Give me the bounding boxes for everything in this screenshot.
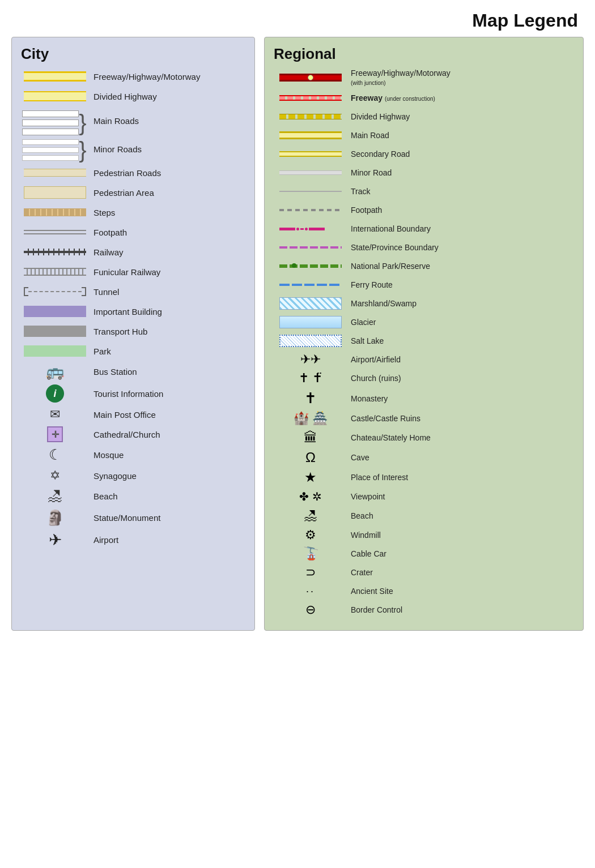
list-item: Divided Highway	[21, 88, 245, 104]
city-title: City	[21, 45, 245, 63]
monastery-icon: ✝	[304, 390, 317, 407]
page-title: Map Legend	[0, 0, 595, 37]
airport-label: Airport	[94, 535, 118, 545]
reg-ancient-symbol: ∙∙	[274, 585, 347, 597]
beach-city-symbol: 🏖	[21, 488, 89, 505]
main-roads-label: Main Roads	[94, 110, 139, 126]
list-item: International Boundary	[274, 221, 574, 236]
mosque-label: Mosque	[94, 450, 124, 460]
reg-saltlake-label: Salt Lake	[351, 336, 384, 345]
reg-beach-symbol: 🏖	[274, 508, 347, 524]
reg-airport-label: Airport/Airfield	[351, 355, 401, 364]
footpath-label: Footpath	[94, 228, 127, 237]
reg-windmill-symbol: ⚙	[274, 528, 347, 542]
reg-main-symbol	[274, 131, 347, 139]
list-item: Important Building	[21, 303, 245, 319]
cave-icon: Ω	[305, 450, 316, 465]
list-item: Ω Cave	[274, 450, 574, 465]
list-item: 🏰 🏯 Castle/Castle Ruins	[274, 411, 574, 426]
reg-cablecar-symbol: 🚡	[274, 546, 347, 561]
list-item: } Minor Roads	[21, 136, 245, 161]
pedestrian-roads-symbol	[21, 169, 89, 177]
minor-roads-symbol: }	[21, 139, 89, 161]
reg-secondary-symbol	[274, 151, 347, 157]
list-item: ✛ Cathedral/Church	[21, 426, 245, 442]
border-icon: ⊖	[305, 602, 316, 617]
church-icon: ✛	[47, 426, 63, 442]
reg-minor-symbol	[274, 170, 347, 175]
park-label: Park	[94, 347, 111, 356]
ancient-icon: ∙∙	[306, 585, 315, 597]
reg-crater-label: Crater	[351, 568, 373, 577]
list-item: Pedestrian Area	[21, 185, 245, 200]
bus-station-symbol: 🚌	[21, 363, 89, 380]
reg-fw-construction-symbol	[274, 95, 347, 101]
crater-icon: ⊃	[305, 565, 316, 580]
reg-airport-symbol: ✈✈	[274, 352, 347, 367]
reg-viewpoint-symbol: ✤ ✲	[274, 490, 347, 503]
tunnel-label: Tunnel	[94, 287, 119, 297]
reg-castle-symbol: 🏰 🏯	[274, 411, 347, 426]
list-item: ✤ ✲ Viewpoint	[274, 489, 574, 504]
reg-marshland-label: Marshland/Swamp	[351, 299, 416, 308]
synagogue-symbol: ✡	[21, 468, 89, 483]
list-item: Secondary Road	[274, 147, 574, 161]
synagogue-label: Synagogue	[94, 471, 137, 481]
list-item: 🚡 Cable Car	[274, 546, 574, 561]
cross-icon: ✝ ✝̈	[299, 371, 322, 386]
list-item: Freeway/Highway/Motorway	[21, 69, 245, 84]
list-item: ✈✈ Airport/Airfield	[274, 352, 574, 367]
list-item: Footpath	[274, 203, 574, 217]
list-item: Glacier	[274, 315, 574, 330]
list-item: } Main Roads	[21, 108, 245, 135]
list-item: Tunnel	[21, 284, 245, 300]
park-symbol	[21, 345, 89, 357]
synagogue-icon: ✡	[50, 468, 60, 483]
castle-icon: 🏰 🏯	[294, 411, 328, 426]
list-item: ✈ Airport	[21, 531, 245, 549]
viewpoint-icon: ✤ ✲	[299, 490, 322, 503]
list-item: ☾ Mosque	[21, 446, 245, 464]
important-building-symbol	[21, 306, 89, 317]
reg-cave-symbol: Ω	[274, 450, 347, 465]
list-item: i Tourist Information	[21, 384, 245, 403]
info-icon: i	[46, 384, 64, 403]
list-item: Transport Hub	[21, 323, 245, 339]
cablecar-icon: 🚡	[303, 546, 318, 561]
list-item: Railway	[21, 244, 245, 260]
mosque-icon: ☾	[49, 446, 62, 464]
list-item: Main Road	[274, 128, 574, 143]
list-item: ★ Place of Interest	[274, 469, 574, 485]
reg-ferry-symbol	[274, 284, 347, 286]
list-item: Funicular Railway	[21, 264, 245, 280]
main-roads-symbol: }	[21, 110, 89, 135]
reg-cave-label: Cave	[351, 453, 369, 462]
list-item: ✉ Main Post Office	[21, 407, 245, 422]
list-item: Footpath	[21, 224, 245, 240]
list-item: Track	[274, 184, 574, 199]
list-item: Salt Lake	[274, 333, 574, 348]
list-item: ✝ ✝̈ Church (ruins)	[274, 371, 574, 386]
important-building-label: Important Building	[94, 307, 162, 317]
statue-icon: 🗿	[46, 509, 64, 527]
divided-highway-label: Divided Highway	[94, 92, 157, 101]
reg-minor-label: Minor Road	[351, 168, 392, 177]
reg-poi-label: Place of Interest	[351, 473, 408, 482]
list-item: ✝ Monastery	[274, 390, 574, 407]
bus-station-label: Bus Station	[94, 367, 137, 377]
funicular-label: Funicular Railway	[94, 267, 160, 277]
list-item: 🗿 Statue/Monument	[21, 509, 245, 527]
reg-monastery-label: Monastery	[351, 394, 388, 403]
reg-state-symbol	[274, 246, 347, 249]
list-item: Steps	[21, 204, 245, 220]
list-item: 🏖 Beach	[21, 488, 245, 505]
statue-symbol: 🗿	[21, 509, 89, 527]
reg-intl-symbol	[274, 226, 347, 232]
list-item: Marshland/Swamp	[274, 296, 574, 311]
reg-secondary-label: Secondary Road	[351, 149, 410, 159]
mosque-symbol: ☾	[21, 446, 89, 464]
pedestrian-area-symbol	[21, 186, 89, 199]
chateau-icon: 🏛	[304, 430, 317, 446]
post-office-label: Main Post Office	[94, 410, 156, 420]
reg-castle-label: Castle/Castle Ruins	[351, 414, 420, 423]
